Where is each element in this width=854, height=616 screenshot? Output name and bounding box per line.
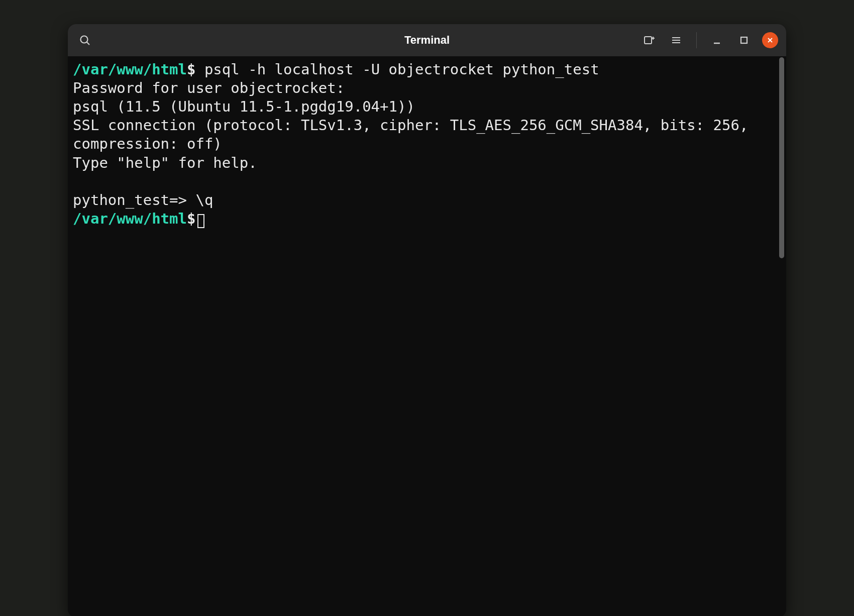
output-text: Type "help" for help.: [73, 154, 257, 171]
window-title: Terminal: [404, 34, 450, 47]
terminal-line: psql (11.5 (Ubuntu 11.5-1.pgdg19.04+1)): [73, 97, 781, 116]
output-text: [73, 173, 81, 190]
svg-rect-2: [645, 37, 652, 44]
output-text: python_test=> \q: [73, 191, 213, 209]
terminal-line: /var/www/html$: [73, 210, 781, 228]
svg-rect-9: [741, 37, 747, 43]
terminal-window: Terminal: [68, 24, 786, 616]
prompt-path: /var/www/html: [73, 210, 187, 227]
terminal-line: Password for user objectrocket:: [73, 79, 781, 97]
prompt-path: /var/www/html: [73, 61, 187, 78]
menu-icon[interactable]: [667, 31, 685, 49]
output-text: Password for user objectrocket:: [73, 79, 345, 96]
new-tab-icon[interactable]: [640, 31, 658, 49]
terminal-line: [73, 172, 781, 191]
close-button[interactable]: [762, 32, 778, 48]
terminal-line: /var/www/html$ psql -h localhost -U obje…: [73, 60, 781, 79]
terminal-content: /var/www/html$ psql -h localhost -U obje…: [73, 60, 781, 228]
terminal-line: SSL connection (protocol: TLSv1.3, ciphe…: [73, 116, 781, 153]
prompt-symbol: $: [187, 210, 195, 227]
search-icon[interactable]: [76, 31, 94, 49]
terminal-line: python_test=> \q: [73, 191, 781, 210]
command-text: psql -h localhost -U objectrocket python…: [195, 61, 599, 78]
terminal-line: Type "help" for help.: [73, 154, 781, 172]
terminal-body[interactable]: /var/www/html$ psql -h localhost -U obje…: [68, 56, 786, 616]
prompt-symbol: $: [187, 61, 195, 78]
output-text: psql (11.5 (Ubuntu 11.5-1.pgdg19.04+1)): [73, 98, 415, 115]
titlebar: Terminal: [68, 24, 786, 56]
minimize-button[interactable]: [708, 31, 726, 49]
maximize-button[interactable]: [735, 31, 753, 49]
svg-point-0: [81, 36, 88, 43]
titlebar-divider: [696, 32, 697, 48]
svg-line-1: [87, 42, 90, 45]
scrollbar[interactable]: [779, 57, 784, 258]
output-text: SSL connection (protocol: TLSv1.3, ciphe…: [73, 117, 757, 152]
cursor: [197, 214, 204, 228]
